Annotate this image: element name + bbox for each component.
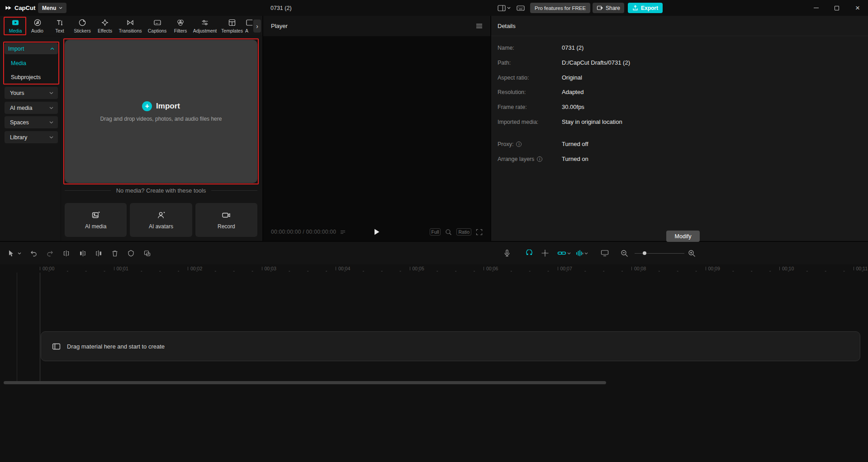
timecode: 00:00:00:00 / 00:00:00:00 (271, 229, 336, 235)
overlay-extract-button[interactable] (143, 250, 151, 257)
divider (211, 190, 257, 191)
timeline-view-tools (503, 242, 696, 264)
preview-axis-toggle[interactable] (601, 250, 609, 257)
tab-effects[interactable]: Effects (94, 16, 116, 36)
horizontal-scrollbar[interactable] (4, 381, 606, 384)
tab-clipped[interactable]: A (245, 16, 252, 36)
playhead-line[interactable] (40, 273, 40, 382)
full-preview-button[interactable]: Full (430, 228, 441, 236)
chevron-down-icon (49, 107, 53, 109)
share-button[interactable]: Share (593, 3, 624, 13)
player-menu-button[interactable] (476, 24, 483, 28)
export-icon (632, 5, 638, 11)
audio-levels-dropdown[interactable] (584, 252, 588, 255)
select-tool-dropdown[interactable] (18, 252, 21, 255)
main-track-magnet-toggle[interactable] (525, 250, 534, 257)
snapping-toggle[interactable] (541, 249, 549, 257)
sidebar-item-library[interactable]: Library (5, 131, 58, 143)
close-button[interactable] (847, 0, 868, 16)
sidebar-item-media[interactable]: Media (5, 57, 58, 69)
media-strip-icon (52, 343, 61, 350)
maximize-button[interactable] (826, 0, 847, 16)
import-dropzone[interactable]: Import Drag and drop videos, photos, and… (65, 40, 257, 183)
tab-templates[interactable]: Templates (219, 16, 245, 36)
ai-media-card[interactable]: AI media (65, 203, 127, 237)
ruler-mark: 00:11 (850, 264, 868, 273)
clipped-tab-icon (245, 19, 252, 27)
microphone-button[interactable] (503, 249, 511, 257)
timeline-panel: 00:00 00:01 00:02 00:03 00:04 00:05 00:0… (0, 242, 868, 462)
record-icon (222, 211, 231, 220)
mask-button[interactable] (127, 250, 135, 257)
ai-avatars-card[interactable]: AI avatars (130, 203, 192, 237)
delete-button[interactable] (111, 250, 119, 257)
sidebar-item-ai-media[interactable]: AI media (5, 102, 58, 114)
tab-text[interactable]: Text (48, 16, 71, 36)
menu-button[interactable]: Menu (38, 3, 66, 13)
sidebar-item-subprojects[interactable]: Subprojects (5, 71, 58, 83)
stickers-icon (78, 19, 86, 27)
tab-stickers[interactable]: Stickers (71, 16, 94, 36)
adjustment-icon (201, 19, 209, 27)
info-icon[interactable] (537, 156, 542, 162)
details-header: Details (491, 16, 868, 36)
timeline-dropzone[interactable]: Drag material here and start to create (41, 331, 860, 361)
timeline-zoom-slider[interactable] (635, 250, 684, 256)
zoom-fit-button[interactable] (445, 229, 452, 236)
ai-media-icon (91, 211, 100, 220)
ruler-mark: 00:10 (776, 264, 850, 273)
timeline-ruler[interactable]: 00:00 00:01 00:02 00:03 00:04 00:05 00:0… (36, 264, 868, 273)
delete-right-button[interactable] (95, 250, 103, 257)
layout-panels-button[interactable] (498, 0, 511, 16)
ratio-button[interactable]: Ratio (456, 228, 471, 236)
pro-features-badge[interactable]: Pro features for FREE (530, 3, 590, 13)
sidebar-item-import[interactable]: Import (5, 43, 58, 54)
player-title: Player (271, 23, 288, 29)
import-subtitle: Drag and drop videos, photos, and audio … (100, 116, 222, 122)
detail-row-proxy: Proxy: Turned off (498, 141, 588, 147)
redo-button[interactable] (46, 250, 54, 257)
tab-captions[interactable]: Captions (144, 16, 170, 36)
tab-audio[interactable]: Audio (26, 16, 48, 36)
templates-icon (228, 19, 236, 27)
tab-filters[interactable]: Filters (170, 16, 191, 36)
undo-button[interactable] (30, 250, 38, 257)
audio-levels-toggle[interactable] (575, 250, 583, 257)
tab-media[interactable]: Media (5, 16, 26, 36)
sidebar-item-spaces[interactable]: Spaces (5, 116, 58, 128)
audio-icon (33, 19, 42, 27)
shortcut-keys-button[interactable] (517, 0, 525, 16)
minimize-button[interactable] (806, 0, 826, 16)
window-controls (806, 0, 868, 16)
project-title: 0731 (2) (270, 0, 292, 16)
auto-linkage-toggle[interactable] (557, 250, 566, 256)
delete-left-button[interactable] (79, 250, 86, 257)
chevron-down-icon (59, 7, 62, 9)
layout-panels-icon (498, 5, 506, 11)
tab-transitions[interactable]: Transitions (116, 16, 144, 36)
zoom-out-button[interactable] (621, 250, 628, 257)
zoom-slider-knob[interactable] (643, 251, 646, 255)
info-icon[interactable] (516, 141, 522, 147)
detail-row-imported-media: Imported media: Stay in original locatio… (498, 118, 622, 125)
minimize-icon (814, 8, 819, 9)
export-button[interactable]: Export (628, 3, 663, 13)
split-button[interactable] (62, 250, 70, 257)
auto-linkage-dropdown[interactable] (567, 252, 571, 255)
play-button[interactable] (374, 228, 380, 236)
chevron-down-icon (49, 121, 53, 124)
modify-button[interactable]: Modify (666, 231, 700, 242)
ruler-mark: 00:05 (406, 264, 480, 273)
filters-icon (176, 19, 185, 27)
more-tabs-button[interactable] (253, 19, 261, 33)
sidebar-item-yours[interactable]: Yours (5, 87, 58, 99)
fullscreen-button[interactable] (476, 229, 483, 236)
capcut-logo: CapCut (5, 0, 35, 16)
select-tool-button[interactable] (7, 250, 14, 257)
record-card[interactable]: Record (195, 203, 257, 237)
zoom-in-button[interactable] (688, 250, 696, 257)
player-header: Player (263, 16, 490, 36)
ruler-mark: 00:00 (36, 264, 110, 273)
timecode-options-button[interactable] (340, 230, 346, 234)
tab-adjustment[interactable]: Adjustment (191, 16, 219, 36)
